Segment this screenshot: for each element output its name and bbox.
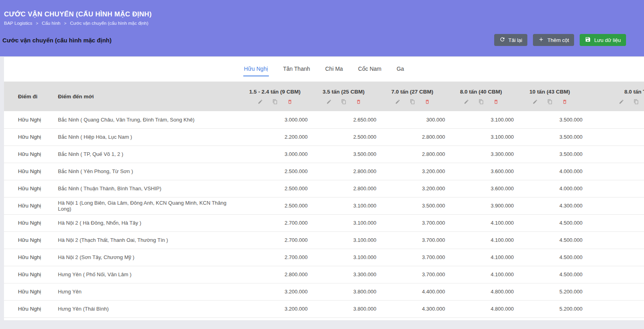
- rate-cell[interactable]: 3.200.000: [241, 300, 309, 317]
- rate-cell[interactable]: 4.300.000: [515, 197, 584, 214]
- rate-cell[interactable]: 3.100.000: [447, 111, 515, 128]
- rate-cell[interactable]: 4.300.000: [378, 300, 447, 317]
- column-actions: [447, 99, 515, 104]
- column-actions: [309, 99, 378, 104]
- weight-column-header: 10 tấn (43 CBM): [515, 82, 584, 111]
- tab-1[interactable]: Tân Thanh: [282, 62, 311, 76]
- rate-cell[interactable]: 3.700.000: [378, 214, 447, 231]
- column-actions: [241, 99, 309, 104]
- delete-column-icon[interactable]: [425, 99, 430, 104]
- rate-cell[interactable]: 4.500.000: [515, 266, 584, 283]
- rate-cell[interactable]: 3.500.000: [515, 128, 584, 146]
- table-row: Hữu NghịBắc Ninh ( TP, Quế Võ 1, 2 )3.00…: [4, 146, 644, 163]
- rate-cell[interactable]: 2.500.000: [309, 128, 378, 146]
- destination-cell: Hưng Yên ( Phố Nối, Văn Lâm ): [53, 266, 241, 283]
- rate-cell[interactable]: 2.800.000: [378, 128, 447, 146]
- copy-column-icon[interactable]: [272, 99, 278, 104]
- rate-cell[interactable]: 3.100.000: [309, 197, 378, 214]
- rate-cell[interactable]: 2.500.000: [241, 197, 309, 214]
- table-row: Hữu NghịHưng Yên (Thái Bình)3.200.0003.8…: [4, 300, 644, 317]
- rate-cell[interactable]: 3.200.000: [378, 180, 447, 197]
- rate-cell[interactable]: 300.000: [378, 111, 447, 128]
- rate-cell[interactable]: 2.500.000: [241, 180, 309, 197]
- rate-cell[interactable]: 3.300.000: [447, 146, 515, 163]
- rate-cell[interactable]: 3.000.000: [241, 111, 309, 128]
- delete-column-icon[interactable]: [287, 99, 292, 104]
- rate-cell[interactable]: 5.200.000: [515, 283, 584, 300]
- edit-column-icon[interactable]: [464, 99, 469, 104]
- tab-3[interactable]: Cốc Nam: [357, 62, 382, 76]
- edit-column-icon[interactable]: [533, 99, 538, 104]
- rate-cell[interactable]: 3.200.000: [241, 283, 309, 300]
- rate-cell[interactable]: 3.300.000: [309, 266, 378, 283]
- rate-cell[interactable]: 2.200.000: [241, 128, 309, 146]
- rate-cell[interactable]: 2.500.000: [241, 163, 309, 180]
- rate-cell[interactable]: 3.800.000: [309, 283, 378, 300]
- rate-cell[interactable]: 2.700.000: [241, 249, 309, 266]
- rate-cell[interactable]: 5.200.000: [515, 300, 584, 317]
- rate-cell[interactable]: 4.100.000: [447, 266, 515, 283]
- rate-cell[interactable]: 3.000.000: [241, 146, 309, 163]
- rate-cell[interactable]: 3.500.000: [515, 146, 584, 163]
- edit-column-icon[interactable]: [619, 99, 624, 104]
- breadcrumb: BAP Logistics > Cấu hình > Cước vận chuy…: [4, 21, 626, 26]
- tab-0[interactable]: Hữu Nghị: [243, 62, 269, 76]
- breadcrumb-item-home[interactable]: BAP Logistics: [4, 21, 32, 26]
- tab-4[interactable]: Ga: [396, 62, 405, 76]
- rate-cell[interactable]: 4.100.000: [447, 214, 515, 231]
- rate-cell[interactable]: 4.400.000: [378, 283, 447, 300]
- rate-cell[interactable]: 4.500.000: [515, 214, 584, 231]
- rate-cell[interactable]: 3.100.000: [309, 214, 378, 231]
- delete-column-icon[interactable]: [493, 99, 499, 104]
- rate-cell[interactable]: 2.800.000: [309, 163, 378, 180]
- copy-column-icon[interactable]: [479, 99, 484, 104]
- tab-2[interactable]: Chi Ma: [324, 62, 344, 76]
- rate-cell[interactable]: 4.800.000: [447, 283, 515, 300]
- rate-cell[interactable]: 4.100.000: [447, 231, 515, 249]
- rate-cell-partial: [584, 300, 644, 317]
- rate-cell[interactable]: 3.700.000: [378, 266, 447, 283]
- rate-cell[interactable]: 2.650.000: [309, 111, 378, 128]
- rate-cell[interactable]: 4.000.000: [515, 180, 584, 197]
- rate-cell[interactable]: 3.600.000: [447, 180, 515, 197]
- rate-cell[interactable]: 4.100.000: [447, 249, 515, 266]
- copy-column-icon[interactable]: [547, 99, 553, 104]
- rate-cell-partial: [584, 266, 644, 283]
- copy-column-icon[interactable]: [341, 99, 346, 104]
- rate-cell[interactable]: 3.900.000: [447, 197, 515, 214]
- weight-column-title: 1.5 - 2.4 tấn (9 CBM): [241, 89, 309, 95]
- rate-cell[interactable]: 3.100.000: [309, 249, 378, 266]
- save-button[interactable]: Lưu dữ liệu: [580, 34, 626, 46]
- rate-cell[interactable]: 4.500.000: [515, 231, 584, 249]
- rate-cell[interactable]: 4.000.000: [515, 163, 584, 180]
- delete-column-icon[interactable]: [562, 99, 567, 104]
- rate-cell-partial: [584, 283, 644, 300]
- rate-cell[interactable]: 2.700.000: [241, 231, 309, 249]
- rate-cell-partial: [584, 128, 644, 146]
- rate-cell[interactable]: 3.500.000: [309, 146, 378, 163]
- rate-cell[interactable]: 2.800.000: [378, 146, 447, 163]
- add-column-button[interactable]: Thêm cột: [533, 34, 574, 46]
- rate-cell[interactable]: 2.700.000: [241, 214, 309, 231]
- rate-cell[interactable]: 3.200.000: [378, 163, 447, 180]
- rate-cell[interactable]: 3.500.000: [378, 197, 447, 214]
- rate-cell[interactable]: 3.100.000: [447, 128, 515, 146]
- rate-cell[interactable]: 4.800.000: [447, 300, 515, 317]
- breadcrumb-item-config[interactable]: Cấu hình: [42, 21, 61, 26]
- rate-cell[interactable]: 3.500.000: [515, 111, 584, 128]
- edit-column-icon[interactable]: [395, 99, 400, 104]
- edit-column-icon[interactable]: [258, 99, 263, 104]
- rate-cell[interactable]: 2.800.000: [241, 266, 309, 283]
- rate-cell[interactable]: 3.100.000: [309, 231, 378, 249]
- delete-column-icon[interactable]: [356, 99, 361, 104]
- copy-column-icon[interactable]: [634, 99, 639, 104]
- rate-cell[interactable]: 3.700.000: [378, 249, 447, 266]
- rate-cell[interactable]: 3.800.000: [309, 300, 378, 317]
- reload-button[interactable]: Tải lại: [494, 34, 528, 46]
- rate-cell[interactable]: 4.500.000: [515, 249, 584, 266]
- edit-column-icon[interactable]: [326, 99, 332, 104]
- rate-cell[interactable]: 3.700.000: [378, 231, 447, 249]
- rate-cell[interactable]: 3.600.000: [447, 163, 515, 180]
- rate-cell[interactable]: 2.800.000: [309, 180, 378, 197]
- copy-column-icon[interactable]: [410, 99, 415, 104]
